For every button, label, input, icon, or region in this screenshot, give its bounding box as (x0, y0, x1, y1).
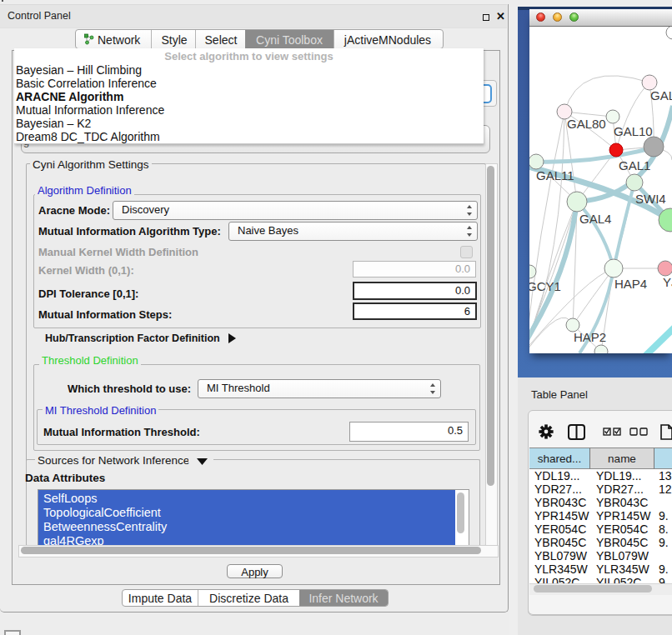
svg-text:GAL2: GAL2 (650, 88, 672, 102)
svg-text:HAP2: HAP2 (574, 330, 606, 344)
svg-text:GAL80: GAL80 (567, 117, 606, 131)
svg-text:GAL11: GAL11 (536, 168, 574, 182)
svg-text:HAP4: HAP4 (614, 277, 647, 291)
svg-text:GAL4: GAL4 (579, 212, 611, 226)
svg-text:YJ: YJ (663, 275, 672, 289)
svg-text:GAL10: GAL10 (614, 124, 653, 138)
svg-text:GCY1: GCY1 (529, 279, 561, 293)
svg-text:GAL1: GAL1 (619, 158, 650, 172)
svg-text:SWI4: SWI4 (635, 192, 666, 206)
